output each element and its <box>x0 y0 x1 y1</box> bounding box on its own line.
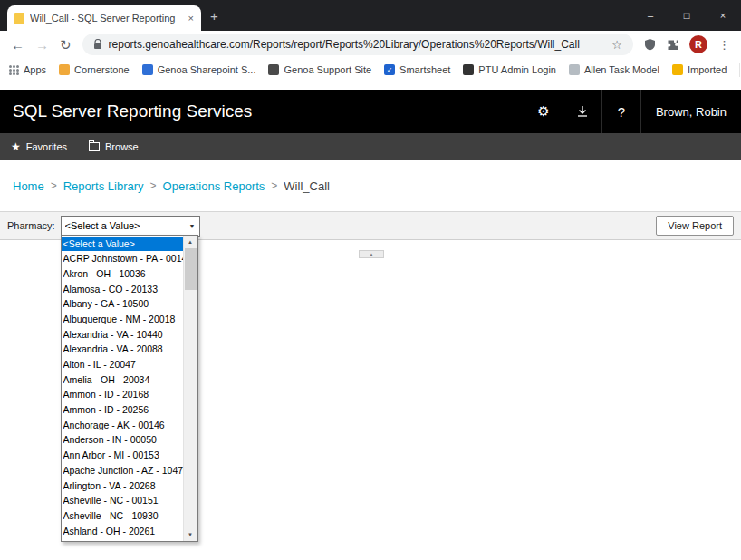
dropdown-option[interactable]: Arlington - VA - 20268 <box>62 478 183 494</box>
dropdown-option[interactable]: Amelia - OH - 20034 <box>62 372 183 388</box>
pharmacy-dropdown: <Select a Value>ACRP Johnstown - PA - 00… <box>61 235 198 542</box>
reload-icon[interactable]: ↻ <box>60 38 72 52</box>
star-icon: ★ <box>11 140 21 153</box>
dropdown-option[interactable]: ACRP Johnstown - PA - 00144 <box>62 251 183 266</box>
address-bar[interactable]: reports.genoahealthcare.com/Reports/repo… <box>82 34 633 55</box>
pharmacy-select[interactable]: <Select a Value> ▼ <Select a Value>ACRP … <box>61 216 200 237</box>
ssrs-header: SQL Server Reporting Services ⚙ ? Brown,… <box>0 90 741 133</box>
breadcrumb-link[interactable]: Operations Reports <box>163 179 265 193</box>
scrollbar-thumb[interactable] <box>185 248 197 290</box>
dropdown-scrollbar[interactable]: ▲ ▼ <box>183 236 197 541</box>
url-text: reports.genoahealthcare.com/Reports/repo… <box>109 38 606 51</box>
bookmark-list: Cornerstone Genoa Sharepoint S... Genoa … <box>59 64 727 75</box>
select-value: <Select a Value> <box>65 220 186 231</box>
dropdown-option[interactable]: Ashland - OH - 20261 <box>62 524 183 539</box>
bookmark-favicon-icon <box>569 64 580 75</box>
tab-close-icon[interactable]: × <box>188 14 194 24</box>
bookmark-item[interactable]: Allen Task Model <box>569 64 659 75</box>
bookmark-favicon-icon: ✓ <box>384 64 395 75</box>
bookmark-label: Smartsheet <box>399 64 450 75</box>
browser-menu-icon[interactable]: ⋮ <box>718 38 730 52</box>
dropdown-option[interactable]: Albany - GA - 10500 <box>62 296 183 312</box>
bookmark-label: Allen Task Model <box>584 64 659 75</box>
dropdown-option[interactable]: Asheville - NC - 00151 <box>62 493 183 508</box>
breadcrumb-separator: > <box>51 179 57 192</box>
dropdown-option[interactable]: Anchorage - AK - 00146 <box>62 418 183 433</box>
bookmark-item[interactable]: Imported <box>672 64 727 75</box>
dropdown-option[interactable]: Albuquerque - NM - 20018 <box>62 312 183 327</box>
settings-gear-icon[interactable]: ⚙ <box>524 90 563 133</box>
bookmark-label: PTU Admin Login <box>478 64 556 75</box>
dropdown-option[interactable]: Ammon - ID - 20256 <box>62 402 183 418</box>
dropdown-option[interactable]: Apache Junction - AZ - 10470 <box>62 463 183 478</box>
user-name[interactable]: Brown, Robin <box>640 90 741 133</box>
bookmark-item[interactable]: Cornerstone <box>59 64 130 75</box>
back-icon[interactable]: ← <box>11 38 24 52</box>
dropdown-option[interactable]: Asheville - NC - 10930 <box>62 508 183 524</box>
header-actions: ⚙ ? Brown, Robin <box>524 90 741 133</box>
bookmark-item[interactable]: Genoa Support Site <box>268 64 371 75</box>
bookmark-label: Genoa Support Site <box>284 64 371 75</box>
dropdown-option[interactable]: Ammon - ID - 20168 <box>62 387 183 402</box>
chevron-down-icon: ▼ <box>186 223 199 229</box>
view-report-button[interactable]: View Report <box>656 216 734 236</box>
profile-avatar[interactable]: R <box>689 35 707 53</box>
dropdown-option[interactable]: Alexandria - VA - 10440 <box>62 327 183 343</box>
active-tab[interactable]: Will_Call - SQL Server Reporting × <box>7 5 201 31</box>
dropdown-option[interactable]: Anderson - IN - 00050 <box>62 432 183 448</box>
bookmark-favicon-icon <box>672 64 683 75</box>
favorites-label: Favorites <box>26 141 67 152</box>
chevron-up-icon: ▴ <box>370 252 373 256</box>
breadcrumb-link[interactable]: Home <box>13 179 44 193</box>
breadcrumb-item: Home > <box>13 179 63 193</box>
breadcrumb-separator: > <box>271 179 277 192</box>
help-icon[interactable]: ? <box>601 90 640 133</box>
bookmark-item[interactable]: ✓ Smartsheet <box>384 64 450 75</box>
portal-nav-bar: ★ Favorites Browse <box>0 133 741 160</box>
lock-icon <box>93 39 102 50</box>
dropdown-option[interactable]: Alamosa - CO - 20133 <box>62 282 183 297</box>
download-icon[interactable] <box>563 90 601 133</box>
breadcrumb-link[interactable]: Reports Library <box>63 179 144 193</box>
browse-label: Browse <box>105 141 139 152</box>
tab-title: Will_Call - SQL Server Reporting <box>30 13 183 24</box>
bookmark-item[interactable]: Genoa Sharepoint S... <box>142 64 256 75</box>
bookmark-favicon-icon <box>268 64 279 75</box>
window-maximize-button[interactable]: □ <box>669 0 705 31</box>
breadcrumb-separator: > <box>150 179 157 192</box>
dropdown-option[interactable]: Alexandria - VA - 20088 <box>62 342 183 357</box>
bookmark-favicon-icon <box>142 64 153 75</box>
breadcrumb-links: Home > Reports Library > Operations Repo… <box>13 179 284 193</box>
page-top-spacer <box>0 82 741 90</box>
browse-folder-icon <box>89 142 100 151</box>
window-minimize-button[interactable]: – <box>632 0 669 31</box>
scroll-up-icon[interactable]: ▲ <box>184 236 197 248</box>
bookmark-item[interactable]: PTU Admin Login <box>463 64 556 75</box>
shield-extension-icon[interactable] <box>644 38 656 51</box>
nav-browse[interactable]: Browse <box>89 141 139 152</box>
forward-icon[interactable]: → <box>35 38 49 52</box>
bookmark-favicon-icon <box>59 64 70 75</box>
window-close-button[interactable]: × <box>705 0 741 31</box>
bookmark-label: Genoa Sharepoint S... <box>158 64 256 75</box>
nav-favorites[interactable]: ★ Favorites <box>11 140 67 153</box>
bookmark-label: Imported <box>688 64 727 75</box>
breadcrumb-item: Reports Library > <box>63 179 163 193</box>
parameter-bar: Pharmacy: <Select a Value> ▼ <Select a V… <box>0 211 741 240</box>
extensions-puzzle-icon[interactable] <box>667 39 678 51</box>
bookmark-favicon-icon <box>463 64 474 75</box>
dropdown-option[interactable]: Akron - OH - 10036 <box>62 266 183 282</box>
dropdown-option[interactable]: Alton - IL - 20047 <box>62 357 183 372</box>
breadcrumb-item: Operations Reports > <box>163 179 284 193</box>
parameter-pane-toggle[interactable]: ▴ <box>359 250 384 258</box>
apps-shortcut[interactable]: Apps <box>9 64 46 75</box>
breadcrumb: Home > Reports Library > Operations Repo… <box>0 160 741 211</box>
bookmark-star-icon[interactable]: ☆ <box>611 38 622 52</box>
browser-tab-strip: Will_Call - SQL Server Reporting × + – □… <box>0 0 741 31</box>
bookmarks-bar: Apps Cornerstone Genoa Sharepoint S... G… <box>0 58 741 82</box>
dropdown-option[interactable]: Ann Arbor - MI - 00153 <box>62 448 183 463</box>
scroll-down-icon[interactable]: ▼ <box>184 528 197 541</box>
bookmark-label: Cornerstone <box>74 64 130 75</box>
dropdown-option[interactable]: <Select a Value> <box>62 237 183 252</box>
new-tab-button[interactable]: + <box>210 8 218 24</box>
